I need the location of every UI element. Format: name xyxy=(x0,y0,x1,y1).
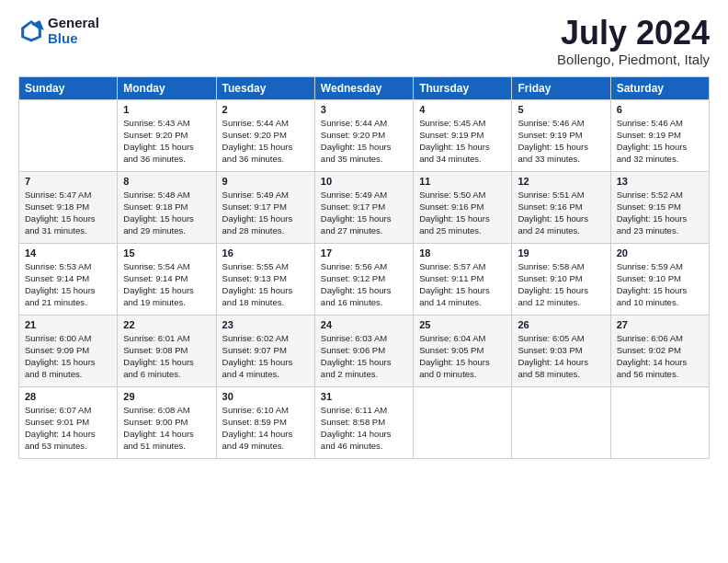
day-info: Sunrise: 5:52 AM Sunset: 9:15 PM Dayligh… xyxy=(617,189,703,237)
day-number: 6 xyxy=(617,104,703,115)
day-number: 2 xyxy=(222,104,309,115)
day-number: 3 xyxy=(321,104,407,115)
week-row-1: 1Sunrise: 5:43 AM Sunset: 9:20 PM Daylig… xyxy=(19,99,710,171)
day-number: 31 xyxy=(321,391,407,402)
day-cell: 3Sunrise: 5:44 AM Sunset: 9:20 PM Daylig… xyxy=(314,99,413,171)
column-header-sunday: Sunday xyxy=(19,76,118,99)
day-cell xyxy=(610,386,709,458)
header-row: SundayMondayTuesdayWednesdayThursdayFrid… xyxy=(19,76,710,99)
day-info: Sunrise: 5:45 AM Sunset: 9:19 PM Dayligh… xyxy=(419,117,506,166)
column-header-saturday: Saturday xyxy=(610,76,709,99)
day-cell: 17Sunrise: 5:56 AM Sunset: 9:12 PM Dayli… xyxy=(314,243,413,315)
day-info: Sunrise: 5:54 AM Sunset: 9:14 PM Dayligh… xyxy=(123,260,210,309)
day-cell: 1Sunrise: 5:43 AM Sunset: 9:20 PM Daylig… xyxy=(118,99,216,171)
day-info: Sunrise: 6:11 AM Sunset: 8:58 PM Dayligh… xyxy=(321,404,407,453)
day-number: 24 xyxy=(321,319,407,330)
day-number: 23 xyxy=(222,319,309,330)
day-number: 27 xyxy=(617,319,703,330)
week-row-3: 14Sunrise: 5:53 AM Sunset: 9:14 PM Dayli… xyxy=(19,243,710,315)
day-info: Sunrise: 5:51 AM Sunset: 9:16 PM Dayligh… xyxy=(518,189,604,237)
day-cell: 10Sunrise: 5:49 AM Sunset: 9:17 PM Dayli… xyxy=(314,171,413,243)
day-info: Sunrise: 5:53 AM Sunset: 9:14 PM Dayligh… xyxy=(25,260,111,309)
logo-text: General Blue xyxy=(48,15,99,46)
day-cell: 8Sunrise: 5:48 AM Sunset: 9:18 PM Daylig… xyxy=(118,171,216,243)
day-info: Sunrise: 6:07 AM Sunset: 9:01 PM Dayligh… xyxy=(25,404,111,453)
day-info: Sunrise: 5:43 AM Sunset: 9:20 PM Dayligh… xyxy=(123,117,210,166)
day-number: 14 xyxy=(25,247,111,259)
day-cell: 13Sunrise: 5:52 AM Sunset: 9:15 PM Dayli… xyxy=(610,171,709,243)
column-header-tuesday: Tuesday xyxy=(216,76,314,99)
day-cell: 24Sunrise: 6:03 AM Sunset: 9:06 PM Dayli… xyxy=(314,315,413,386)
day-number: 7 xyxy=(25,176,111,187)
day-info: Sunrise: 5:48 AM Sunset: 9:18 PM Dayligh… xyxy=(123,189,210,237)
day-number: 16 xyxy=(222,247,309,259)
day-info: Sunrise: 5:44 AM Sunset: 9:20 PM Dayligh… xyxy=(222,117,309,166)
day-number: 12 xyxy=(518,176,604,187)
day-number: 17 xyxy=(321,247,407,259)
day-info: Sunrise: 5:49 AM Sunset: 9:17 PM Dayligh… xyxy=(321,189,407,237)
day-number: 15 xyxy=(123,247,210,259)
day-cell: 26Sunrise: 6:05 AM Sunset: 9:03 PM Dayli… xyxy=(512,315,610,386)
day-info: Sunrise: 6:05 AM Sunset: 9:03 PM Dayligh… xyxy=(518,332,604,381)
day-number: 11 xyxy=(419,176,506,187)
day-number: 4 xyxy=(419,104,506,115)
header: General Blue July 2024 Bollengo, Piedmon… xyxy=(18,15,710,67)
day-info: Sunrise: 6:08 AM Sunset: 9:00 PM Dayligh… xyxy=(123,404,210,453)
day-number: 1 xyxy=(123,104,210,115)
day-number: 18 xyxy=(419,247,506,259)
day-number: 28 xyxy=(25,391,111,402)
day-info: Sunrise: 6:06 AM Sunset: 9:02 PM Dayligh… xyxy=(617,332,703,381)
week-row-4: 21Sunrise: 6:00 AM Sunset: 9:09 PM Dayli… xyxy=(19,315,710,386)
day-info: Sunrise: 6:03 AM Sunset: 9:06 PM Dayligh… xyxy=(321,332,407,381)
location: Bollengo, Piedmont, Italy xyxy=(557,52,710,67)
day-cell: 11Sunrise: 5:50 AM Sunset: 9:16 PM Dayli… xyxy=(414,171,512,243)
day-cell: 12Sunrise: 5:51 AM Sunset: 9:16 PM Dayli… xyxy=(512,171,610,243)
day-cell: 7Sunrise: 5:47 AM Sunset: 9:18 PM Daylig… xyxy=(19,171,118,243)
day-number: 9 xyxy=(222,176,309,187)
day-cell: 15Sunrise: 5:54 AM Sunset: 9:14 PM Dayli… xyxy=(118,243,216,315)
day-info: Sunrise: 5:58 AM Sunset: 9:10 PM Dayligh… xyxy=(518,260,604,309)
day-info: Sunrise: 5:57 AM Sunset: 9:11 PM Dayligh… xyxy=(419,260,506,309)
calendar-table: SundayMondayTuesdayWednesdayThursdayFrid… xyxy=(18,76,710,459)
day-cell: 19Sunrise: 5:58 AM Sunset: 9:10 PM Dayli… xyxy=(512,243,610,315)
day-info: Sunrise: 5:46 AM Sunset: 9:19 PM Dayligh… xyxy=(518,117,604,166)
day-number: 21 xyxy=(25,319,111,330)
week-row-2: 7Sunrise: 5:47 AM Sunset: 9:18 PM Daylig… xyxy=(19,171,710,243)
day-info: Sunrise: 5:56 AM Sunset: 9:12 PM Dayligh… xyxy=(321,260,407,309)
day-number: 19 xyxy=(518,247,604,259)
day-number: 25 xyxy=(419,319,506,330)
day-info: Sunrise: 5:59 AM Sunset: 9:10 PM Dayligh… xyxy=(617,260,703,309)
day-info: Sunrise: 5:44 AM Sunset: 9:20 PM Dayligh… xyxy=(321,117,407,166)
day-cell xyxy=(19,99,118,171)
day-cell: 29Sunrise: 6:08 AM Sunset: 9:00 PM Dayli… xyxy=(118,386,216,458)
day-info: Sunrise: 6:04 AM Sunset: 9:05 PM Dayligh… xyxy=(419,332,506,381)
day-info: Sunrise: 5:49 AM Sunset: 9:17 PM Dayligh… xyxy=(222,189,309,237)
day-number: 13 xyxy=(617,176,703,187)
day-info: Sunrise: 6:00 AM Sunset: 9:09 PM Dayligh… xyxy=(25,332,111,381)
day-number: 29 xyxy=(123,391,210,402)
day-number: 26 xyxy=(518,319,604,330)
week-row-5: 28Sunrise: 6:07 AM Sunset: 9:01 PM Dayli… xyxy=(19,386,710,458)
day-cell: 28Sunrise: 6:07 AM Sunset: 9:01 PM Dayli… xyxy=(19,386,118,458)
day-cell: 2Sunrise: 5:44 AM Sunset: 9:20 PM Daylig… xyxy=(216,99,314,171)
day-info: Sunrise: 5:55 AM Sunset: 9:13 PM Dayligh… xyxy=(222,260,309,309)
column-header-wednesday: Wednesday xyxy=(314,76,413,99)
day-cell: 6Sunrise: 5:46 AM Sunset: 9:19 PM Daylig… xyxy=(610,99,709,171)
column-header-thursday: Thursday xyxy=(414,76,512,99)
day-cell: 25Sunrise: 6:04 AM Sunset: 9:05 PM Dayli… xyxy=(414,315,512,386)
day-cell: 30Sunrise: 6:10 AM Sunset: 8:59 PM Dayli… xyxy=(216,386,314,458)
day-number: 10 xyxy=(321,176,407,187)
day-cell xyxy=(512,386,610,458)
column-header-friday: Friday xyxy=(512,76,610,99)
day-number: 22 xyxy=(123,319,210,330)
day-cell: 23Sunrise: 6:02 AM Sunset: 9:07 PM Dayli… xyxy=(216,315,314,386)
logo-icon xyxy=(18,17,44,43)
day-cell: 21Sunrise: 6:00 AM Sunset: 9:09 PM Dayli… xyxy=(19,315,118,386)
day-info: Sunrise: 5:50 AM Sunset: 9:16 PM Dayligh… xyxy=(419,189,506,237)
logo: General Blue xyxy=(18,15,99,46)
day-cell: 22Sunrise: 6:01 AM Sunset: 9:08 PM Dayli… xyxy=(118,315,216,386)
day-info: Sunrise: 6:10 AM Sunset: 8:59 PM Dayligh… xyxy=(222,404,309,453)
day-number: 20 xyxy=(617,247,703,259)
day-cell: 4Sunrise: 5:45 AM Sunset: 9:19 PM Daylig… xyxy=(414,99,512,171)
day-number: 8 xyxy=(123,176,210,187)
